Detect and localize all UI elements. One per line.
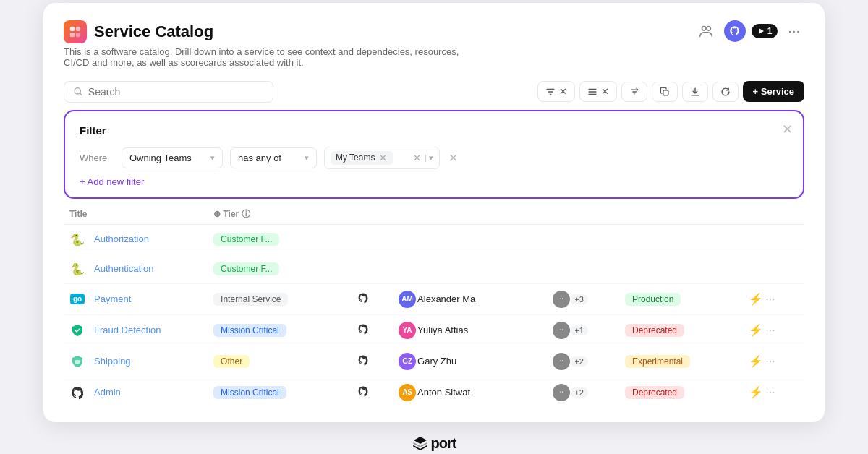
filter-title: Filter (80, 124, 788, 137)
service-link[interactable]: Authorization (94, 234, 149, 244)
env-badge: Production (625, 293, 681, 306)
lightning-btn[interactable]: ⚡ (749, 385, 763, 399)
env-cell: Deprecated (619, 377, 743, 408)
github-icon (357, 323, 369, 335)
table-row: Shipping Other GZ Gary Zhu ·· +2 Experim… (64, 346, 804, 377)
row-menu-btn[interactable]: ··· (765, 386, 775, 399)
tier-badge: Internal Service (213, 293, 288, 306)
table-row: 🐍 Authentication Customer F... (64, 254, 804, 283)
filter-btn[interactable]: ✕ (537, 81, 575, 102)
github-cell (352, 377, 393, 408)
tier-cell: Mission Critical (208, 314, 352, 346)
close-filter-btn[interactable]: ✕ (782, 121, 793, 137)
team-icon-btn[interactable] (694, 20, 718, 42)
owner-cell: AM Alexander Ma (399, 291, 541, 308)
row-menu-btn[interactable]: ··· (765, 293, 775, 306)
extra-cell-wrap: ·· +2 (547, 377, 619, 408)
owner-avatar: AS (399, 384, 416, 401)
extra-owners-cell: ·· +2 (553, 353, 613, 370)
list-icon (587, 87, 597, 97)
col-github (352, 203, 393, 225)
svg-point-5 (707, 26, 711, 30)
filter-tag-label: My Teams (336, 153, 375, 163)
service-icon (69, 322, 85, 338)
page-title: Service Catalog (94, 22, 213, 41)
svg-rect-11 (663, 90, 668, 95)
filter-row-remove-btn[interactable]: ✕ (447, 151, 459, 165)
col-tier: ⊕ Tier ⓘ (208, 203, 352, 225)
list-view-btn[interactable]: ✕ (579, 81, 617, 102)
chevron-down-icon-tag[interactable]: ▾ (429, 153, 433, 163)
chevron-down-icon-op: ▾ (305, 153, 309, 163)
filter-operator-select[interactable]: has any of ▾ (230, 147, 317, 168)
extra-cell-wrap (547, 254, 619, 283)
download-btn[interactable] (682, 82, 708, 102)
extra-avatar: ·· (553, 353, 570, 370)
port-brand-label: port (431, 435, 456, 452)
play-badge[interactable]: 1 (752, 24, 778, 38)
row-menu-btn[interactable]: ··· (765, 355, 775, 368)
service-link[interactable]: Payment (94, 294, 131, 304)
filter-field-select[interactable]: Owning Teams ▾ (122, 147, 223, 168)
service-link[interactable]: Authentication (94, 263, 153, 274)
tier-badge: Mission Critical (213, 324, 286, 337)
lightning-btn[interactable]: ⚡ (749, 354, 763, 368)
card-header: Service Catalog 1 ··· (64, 20, 804, 43)
filter-row: Where Owning Teams ▾ has any of ▾ My Tea… (80, 147, 788, 169)
col-title: Title (64, 203, 208, 225)
catalog-icon (64, 20, 87, 43)
copy-btn[interactable] (652, 82, 678, 102)
svg-marker-6 (759, 28, 764, 34)
svg-text:🐍: 🐍 (70, 233, 85, 247)
service-icon (69, 385, 85, 401)
svg-rect-9 (588, 91, 596, 92)
row-menu-btn[interactable]: ··· (765, 324, 775, 337)
port-logo: port (412, 435, 456, 452)
more-options-btn[interactable]: ··· (783, 21, 804, 40)
owner-cell-wrap: AM Alexander Ma (393, 283, 547, 314)
service-name-cell: 🐍 Authentication (64, 254, 208, 283)
owner-cell: GZ Gary Zhu (399, 353, 541, 370)
service-link[interactable]: Shipping (94, 356, 131, 367)
add-service-btn[interactable]: + Service (743, 81, 804, 102)
chevron-down-icon: ▾ (210, 153, 215, 163)
svg-text:🐍: 🐍 (70, 262, 85, 276)
tier-badge: Mission Critical (213, 386, 286, 399)
service-link[interactable]: Fraud Detection (94, 325, 161, 335)
tier-badge: Other (213, 355, 250, 368)
github-header-icon (729, 25, 740, 36)
filter-icon (545, 87, 556, 97)
service-name-cell: Fraud Detection (64, 314, 208, 346)
github-icon (357, 354, 369, 366)
avatar[interactable] (724, 20, 746, 42)
service-name-cell: Shipping (64, 346, 208, 377)
refresh-btn[interactable] (712, 82, 739, 102)
filter-where-label: Where (80, 153, 114, 163)
add-filter-link[interactable]: + Add new filter (80, 176, 788, 187)
github-cell (352, 283, 393, 314)
svg-point-4 (702, 26, 706, 30)
col-owner (393, 203, 547, 225)
tier-cell: Internal Service (208, 283, 352, 314)
service-link[interactable]: Admin (94, 387, 121, 398)
extra-avatar: ·· (553, 291, 570, 308)
filter-field-label: Owning Teams (129, 153, 192, 163)
extra-owners-cell: ·· +1 (553, 322, 613, 339)
tag-box-actions: ✕ | ▾ (412, 153, 433, 163)
sort-btn[interactable] (621, 82, 647, 102)
download-icon (690, 87, 700, 97)
lightning-btn[interactable]: ⚡ (749, 292, 763, 306)
row-actions-cell: ⚡ ··· (743, 377, 804, 408)
env-badge: Deprecated (625, 324, 684, 337)
service-name-cell: Admin (64, 377, 208, 408)
row-actions-cell: ⚡ ··· (743, 346, 804, 377)
lightning-btn[interactable]: ⚡ (749, 323, 763, 337)
tier-cell: Customer F... (208, 224, 352, 254)
filter-tag-remove-btn[interactable]: ✕ (378, 153, 388, 163)
search-input[interactable] (88, 86, 264, 98)
search-icon (73, 86, 83, 97)
table-row: Fraud Detection Mission Critical YA Yuli… (64, 314, 804, 346)
tag-clear-btn[interactable]: ✕ (412, 153, 422, 163)
env-badge: Deprecated (625, 386, 684, 399)
search-box[interactable] (64, 81, 273, 103)
